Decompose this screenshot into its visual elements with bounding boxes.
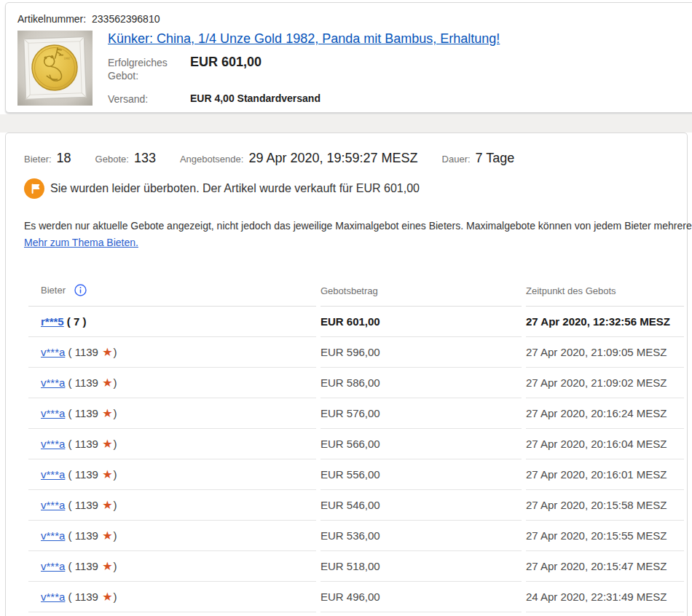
header-time-label: Zeitpunkt des Gebots [526, 285, 616, 296]
article-number-row: Artikelnummer: 233562396810 [17, 13, 692, 25]
stat-bidders: Bieter:18 [24, 151, 71, 166]
feedback-star-icon: ★ [101, 559, 113, 573]
feedback-score: ( 1139 ★) [65, 376, 117, 389]
bidder-link[interactable]: v***a [41, 529, 65, 542]
bidder-cell: v***a ( 1139 ★) [28, 582, 316, 612]
bidder-link[interactable]: v***a [41, 468, 65, 481]
bidder-link[interactable]: v***a [41, 407, 65, 419]
stat-bids-label: Gebote: [95, 154, 129, 165]
bid-amount-cell: EUR 518,00 [321, 551, 522, 582]
bid-time-cell: 27 Apr 2020, 20:16:04 MESZ [526, 429, 684, 459]
header-amount: Gebotsbetrag [321, 284, 522, 307]
bid-time-cell: 27 Apr 2020, 20:15:47 MESZ [526, 551, 684, 582]
feedback-score: ( 1139 ★) [65, 591, 117, 603]
winning-bid-label: Erfolgreiches Gebot: [108, 56, 190, 82]
stat-duration: Dauer:7 Tage [442, 151, 515, 166]
bid-time-cell: 24 Apr 2020, 22:31:49 MESZ [526, 582, 684, 612]
bid-amount-cell: EUR 546,00 [321, 490, 522, 521]
bidder-cell: r***5 ( 7 ) [28, 307, 316, 337]
bidder-link[interactable]: v***a [41, 591, 65, 603]
stat-bids: Gebote:133 [95, 151, 156, 166]
feedback-score: ( 1139 ★) [65, 529, 117, 542]
table-row: v***a ( 1139 ★)EUR 496,0024 Apr 2020, 22… [28, 582, 684, 612]
bid-time-cell: 27 Apr 2020, 20:16:24 MESZ [526, 398, 684, 429]
table-row: v***a ( 1139 ★)EUR 596,0027 Apr 2020, 21… [28, 337, 684, 368]
table-row: v***a ( 1139 ★)EUR 576,0027 Apr 2020, 20… [28, 398, 684, 429]
flag-icon [24, 178, 44, 199]
more-about-bidding-link[interactable]: Mehr zum Thema Bieten. [24, 235, 138, 250]
stat-duration-value: 7 Tage [476, 151, 515, 165]
bidder-cell: v***a ( 1139 ★) [28, 337, 316, 368]
stat-bidders-label: Bieter: [24, 154, 52, 165]
header-amount-label: Gebotsbetrag [321, 285, 378, 296]
bid-history-table: Bieter Gebotsbetrag Zeitpunkt des Gebots… [24, 284, 688, 612]
item-title-link[interactable]: Künker: China, 1/4 Unze Gold 1982, Panda… [108, 31, 500, 47]
bid-time-cell: 27 Apr 2020, 21:09:05 MESZ [526, 337, 684, 368]
bidder-cell: v***a ( 1139 ★) [28, 490, 316, 521]
feedback-star-icon: ★ [101, 498, 113, 512]
feedback-score: ( 1139 ★) [65, 346, 117, 358]
bidder-cell: v***a ( 1139 ★) [28, 551, 316, 582]
table-row: v***a ( 1139 ★)EUR 586,0027 Apr 2020, 21… [28, 368, 684, 398]
bid-amount-cell: EUR 586,00 [321, 368, 522, 398]
table-row: v***a ( 1139 ★)EUR 536,0027 Apr 2020, 20… [28, 521, 684, 551]
article-number-label: Artikelnummer: [17, 13, 86, 25]
feedback-star-icon: ★ [101, 406, 113, 420]
bidder-cell: v***a ( 1139 ★) [28, 368, 316, 398]
bid-history-card: Bieter:18 Gebote:133 Angebotsende:29 Apr… [5, 133, 688, 616]
stat-end-time-label: Angebotsende: [180, 154, 243, 165]
bid-amount-cell: EUR 566,00 [321, 429, 522, 459]
feedback-star-icon: ★ [101, 437, 113, 451]
feedback-score: ( 1139 ★) [65, 438, 117, 450]
bidder-cell: v***a ( 1139 ★) [28, 398, 316, 429]
feedback-score: ( 1139 ★) [65, 407, 117, 419]
feedback-star-icon: ★ [101, 467, 113, 481]
table-row: v***a ( 1139 ★)EUR 566,0027 Apr 2020, 20… [28, 429, 684, 459]
feedback-score: ( 1139 ★) [65, 560, 117, 572]
bidder-link[interactable]: v***a [41, 499, 65, 511]
shipping-value: EUR 4,00 Standardversand [190, 92, 321, 106]
bid-table-body: r***5 ( 7 )EUR 601,0027 Apr 2020, 12:32:… [28, 307, 684, 612]
feedback-score: ( 7 ) [64, 315, 87, 328]
bid-amount-cell: EUR 601,00 [321, 307, 522, 337]
bid-time-cell: 27 Apr 2020, 20:15:55 MESZ [526, 521, 684, 551]
bidder-link[interactable]: v***a [41, 376, 65, 389]
stat-bids-value: 133 [134, 151, 156, 165]
feedback-star-icon: ★ [101, 529, 113, 542]
svg-text:1982: 1982 [63, 56, 71, 60]
outbid-notice: Sie wurden leider überboten. Der Artikel… [24, 178, 687, 199]
bidder-link[interactable]: v***a [41, 346, 65, 358]
bid-time-cell: 27 Apr 2020, 12:32:56 MESZ [526, 307, 684, 337]
header-bidder: Bieter [28, 284, 316, 307]
feedback-score: ( 1139 ★) [65, 499, 117, 511]
stat-duration-label: Dauer: [442, 154, 471, 165]
bid-amount-cell: EUR 536,00 [321, 521, 522, 551]
feedback-score: ( 1139 ★) [65, 468, 117, 481]
stat-end-time: Angebotsende:29 Apr 2020, 19:59:27 MESZ [180, 151, 418, 166]
bid-info-text: Es werden nur aktuelle Gebote angezeigt,… [24, 218, 687, 233]
table-row: v***a ( 1139 ★)EUR 518,0027 Apr 2020, 20… [28, 551, 684, 582]
bidder-link[interactable]: v***a [41, 560, 65, 572]
info-icon[interactable] [74, 284, 87, 296]
item-summary-card: Artikelnummer: 233562396810 [5, 2, 692, 113]
table-header-row: Bieter Gebotsbetrag Zeitpunkt des Gebots [28, 284, 684, 307]
bid-amount-cell: EUR 496,00 [321, 582, 522, 612]
stat-end-time-value: 29 Apr 2020, 19:59:27 MESZ [248, 151, 417, 165]
auction-stats: Bieter:18 Gebote:133 Angebotsende:29 Apr… [24, 151, 687, 166]
page-background-band [0, 114, 692, 133]
article-number-value: 233562396810 [92, 13, 160, 25]
bid-time-cell: 27 Apr 2020, 20:15:58 MESZ [526, 490, 684, 521]
bidder-cell: v***a ( 1139 ★) [28, 459, 316, 490]
feedback-star-icon: ★ [101, 376, 113, 390]
table-row: v***a ( 1139 ★)EUR 546,0027 Apr 2020, 20… [28, 490, 684, 521]
item-photo: 1982 [17, 31, 93, 106]
bid-time-cell: 27 Apr 2020, 21:09:02 MESZ [526, 368, 684, 398]
bid-amount-cell: EUR 556,00 [321, 459, 522, 490]
table-row: r***5 ( 7 )EUR 601,0027 Apr 2020, 12:32:… [28, 307, 684, 337]
bidder-link[interactable]: r***5 [41, 315, 64, 328]
shipping-label: Versand: [108, 92, 190, 106]
bid-amount-cell: EUR 596,00 [321, 337, 522, 368]
header-bidder-label: Bieter [41, 285, 66, 296]
bidder-link[interactable]: v***a [41, 438, 65, 450]
stat-bidders-value: 18 [57, 151, 71, 165]
